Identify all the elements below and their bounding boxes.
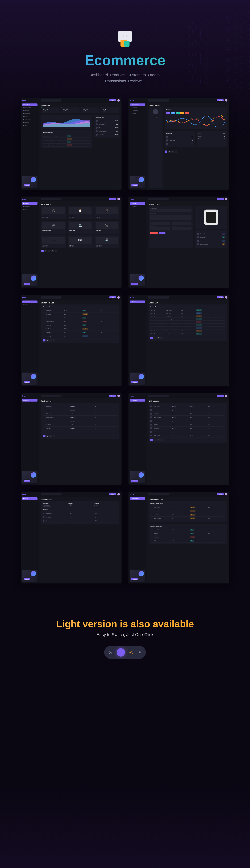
nav-dashboard[interactable]: Dashboard (22, 103, 37, 106)
avatar[interactable] (225, 395, 227, 397)
create-button[interactable]: Create (217, 198, 224, 200)
upgrade-button[interactable]: Upgrade (24, 184, 30, 186)
avatar[interactable] (225, 493, 227, 495)
upgrade-button[interactable]: Upgrade (131, 184, 138, 186)
create-button[interactable]: Create (110, 198, 116, 200)
name-input[interactable] (150, 209, 191, 212)
avatar[interactable] (117, 493, 120, 495)
avatar[interactable] (117, 395, 120, 397)
search-input[interactable] (41, 296, 61, 299)
logo[interactable]: Hope (130, 100, 145, 101)
logo[interactable]: Hope (130, 297, 145, 299)
avatar[interactable] (117, 198, 120, 200)
create-button[interactable]: Create (110, 493, 116, 495)
save-button[interactable]: Save (159, 232, 165, 234)
nav-item[interactable]: Products (130, 202, 145, 205)
logo[interactable]: Hope (130, 494, 145, 495)
search-input[interactable] (148, 99, 169, 101)
search-input[interactable] (41, 395, 61, 397)
nav-item[interactable]: Customers (22, 205, 37, 208)
avatar[interactable] (225, 99, 227, 101)
nav-item[interactable]: Products (22, 110, 37, 112)
nav-item[interactable]: Customers (130, 205, 145, 208)
nav-item[interactable]: Customers (130, 110, 145, 112)
search-input[interactable] (148, 395, 169, 397)
brand-input[interactable] (172, 222, 191, 225)
product-card[interactable]: 💻James ParkPrice:$189 (68, 221, 93, 234)
product-card[interactable]: ⌨Lily ZhangPrice:$156 (68, 235, 93, 248)
cancel-button[interactable]: Cancel (150, 232, 158, 234)
logo[interactable]: Hope (22, 297, 37, 299)
cat-select[interactable] (150, 222, 170, 225)
search-input[interactable] (41, 99, 61, 101)
logo[interactable]: Hope (22, 100, 37, 101)
product-card[interactable]: 📷Nina PatelPrice:$312 (94, 221, 120, 234)
pagination[interactable]: 123› (150, 337, 225, 339)
nav-item[interactable]: Ecommerce (22, 106, 37, 109)
product-card[interactable]: 🖱Tom HarrisPrice:$45 (41, 235, 66, 248)
pagination[interactable]: 1234› (41, 250, 120, 252)
search-input[interactable] (41, 493, 61, 495)
logo[interactable]: Hope (130, 395, 145, 397)
nav-item[interactable]: Products (130, 106, 145, 109)
logo[interactable]: Hope (22, 395, 37, 397)
avatar[interactable] (225, 198, 227, 200)
upgrade-button[interactable]: Upgrade (131, 283, 138, 285)
pagination[interactable]: 123› (164, 151, 227, 153)
theme-toggle[interactable] (104, 646, 146, 659)
create-button[interactable]: Create (110, 395, 116, 397)
logo[interactable]: Hope (130, 198, 145, 200)
search-input[interactable] (148, 198, 169, 200)
nav-item[interactable]: Reviews (22, 121, 37, 124)
create-button[interactable]: Create (110, 99, 116, 101)
product-card[interactable]: 📱Marcus LeePrice:$245 (94, 206, 120, 219)
nav-item[interactable]: Orders (22, 497, 37, 500)
nav-item[interactable]: Sellers (130, 112, 145, 115)
upgrade-button[interactable]: Upgrade (24, 578, 30, 580)
nav-item[interactable]: Reviews (22, 399, 37, 402)
create-button[interactable]: Create (110, 296, 116, 299)
desc-input[interactable] (150, 215, 191, 220)
create-button[interactable]: Create (217, 493, 224, 495)
upgrade-button[interactable]: Upgrade (131, 479, 138, 482)
create-button[interactable]: Create (217, 296, 224, 299)
avatar[interactable] (225, 296, 227, 299)
product-card[interactable]: 🎮Elena RodriguezPrice:$67 (41, 221, 66, 234)
nav-item[interactable]: Products (130, 399, 145, 402)
avatar[interactable] (117, 99, 120, 101)
nav-item[interactable]: Orders (130, 301, 145, 303)
nav-item[interactable]: Orders (22, 208, 37, 211)
logo[interactable]: Hope (22, 198, 37, 200)
product-card[interactable]: ⌚Sarah ChenPrice:$89 (68, 206, 93, 219)
create-button[interactable]: Create (217, 395, 224, 397)
logo[interactable]: Hope (22, 494, 37, 495)
upgrade-button[interactable]: Upgrade (24, 381, 30, 383)
create-button[interactable]: Create (217, 99, 224, 101)
nav-item[interactable]: Ecommerce (130, 103, 145, 106)
qty-input[interactable] (150, 227, 170, 230)
product-card[interactable]: 🔊Adam WilsonPrice:$129 (94, 235, 120, 248)
search-input[interactable] (41, 198, 61, 200)
search-input[interactable] (148, 296, 169, 299)
pagination[interactable]: 123› (150, 439, 225, 441)
upgrade-button[interactable]: Upgrade (24, 479, 30, 482)
nav-item[interactable]: Transactions (22, 118, 37, 121)
upgrade-button[interactable]: Upgrade (131, 578, 138, 580)
pagination[interactable]: 123› (43, 339, 118, 341)
nav-item[interactable]: Sellers (22, 124, 37, 127)
nav-item[interactable]: Transactions (130, 497, 145, 500)
avatar[interactable] (117, 296, 120, 299)
nav-item[interactable]: Orders (22, 115, 37, 118)
nav-item[interactable]: Customers (22, 112, 37, 115)
product-card[interactable]: 🎧Adam WilsonPrice:$129 (41, 206, 66, 219)
price-input[interactable] (172, 227, 191, 230)
upgrade-button[interactable]: Upgrade (24, 283, 30, 285)
upgrade-button[interactable]: Upgrade (131, 381, 138, 383)
toggle-ball[interactable] (117, 648, 125, 656)
expand-icon[interactable] (137, 650, 142, 654)
search-input[interactable] (148, 493, 169, 495)
pagination[interactable]: 123› (43, 435, 118, 437)
nav-item[interactable]: Orders (22, 304, 37, 306)
nav-item[interactable]: Products (22, 202, 37, 205)
nav-item[interactable]: Customers (22, 301, 37, 303)
